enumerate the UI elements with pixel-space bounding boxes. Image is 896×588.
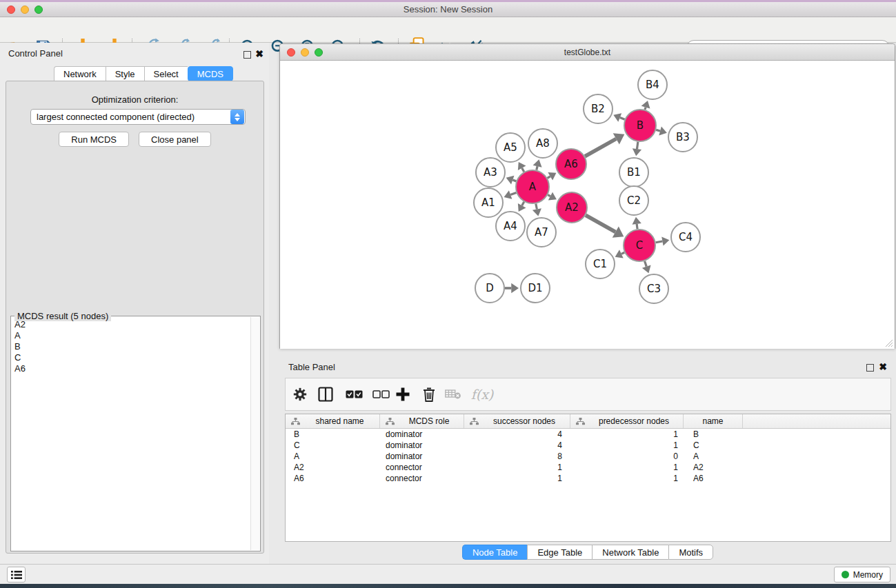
table-cell[interactable]: C	[286, 440, 380, 451]
graph-edge-A2-C[interactable]	[586, 215, 615, 232]
table-cell[interactable]: A2	[684, 462, 743, 473]
graph-edge-C-C1[interactable]	[621, 252, 624, 254]
table-cell[interactable]: dominator	[380, 429, 464, 440]
column-header-name[interactable]: name	[684, 414, 743, 428]
memory-button[interactable]: Memory	[834, 567, 890, 582]
window-resize-grip-icon[interactable]	[884, 338, 893, 347]
close-window-icon[interactable]	[7, 6, 15, 14]
table-cell[interactable]: dominator	[380, 440, 464, 451]
table-row[interactable]: Bdominator41B	[286, 429, 890, 440]
network-maximize-icon[interactable]	[315, 48, 323, 57]
graph-edge-B-B3[interactable]	[656, 130, 660, 131]
result-scrollbar[interactable]	[250, 317, 259, 550]
result-item[interactable]: C	[14, 352, 250, 363]
table-body: Bdominator41BCdominator41CAdominator80AA…	[286, 429, 890, 484]
result-item[interactable]: A6	[14, 363, 250, 374]
tab-edge-table[interactable]: Edge Table	[527, 545, 592, 560]
table-cell[interactable]: 1	[570, 440, 684, 451]
tab-motifs[interactable]: Motifs	[668, 545, 713, 560]
table-cell[interactable]: connector	[380, 473, 464, 484]
table-cell[interactable]: A2	[286, 462, 380, 473]
graph-edge-arrowhead	[533, 159, 542, 167]
column-header-MCDS-role[interactable]: MCDS role	[380, 414, 464, 428]
result-item[interactable]: A2	[14, 319, 250, 330]
table-row[interactable]: A6connector11A6	[286, 473, 890, 484]
tab-select[interactable]: Select	[144, 66, 188, 81]
table-cell[interactable]: A	[286, 451, 380, 462]
tab-network-table[interactable]: Network Table	[592, 545, 668, 560]
select-all-icon[interactable]	[342, 378, 366, 410]
table-panel-close-icon[interactable]: ✖	[879, 363, 887, 371]
graph-edge-C-C3[interactable]	[645, 261, 647, 267]
graph-edge-C-C2[interactable]	[637, 224, 637, 229]
graph-edge-A-A4[interactable]	[522, 202, 524, 205]
column-header-successor-nodes[interactable]: successor nodes	[464, 414, 570, 428]
graph-edge-A-A6[interactable]	[548, 176, 550, 178]
table-cell[interactable]: 4	[464, 440, 570, 451]
table-panel-float-icon[interactable]	[866, 364, 874, 372]
graph-edge-A-A5[interactable]	[522, 168, 524, 172]
table-cell[interactable]: 1	[570, 462, 684, 473]
table-cell[interactable]: 4	[464, 429, 570, 440]
table-cell[interactable]: 1	[570, 429, 684, 440]
table-cell[interactable]: 1	[464, 462, 570, 473]
optimization-dropdown[interactable]: largest connected component (directed)	[30, 109, 246, 125]
minimize-window-icon[interactable]	[21, 6, 29, 14]
task-history-button[interactable]	[7, 567, 26, 582]
graph-edge-A-A2[interactable]	[548, 195, 550, 196]
table-cell[interactable]: connector	[380, 462, 464, 473]
network-graph[interactable]: AA1A2A3A4A5A6A7A8BB1B2B3B4CC1C2C3C4DD1	[280, 61, 895, 349]
node-table[interactable]: shared nameMCDS rolesuccessor nodesprede…	[285, 414, 891, 542]
table-row[interactable]: Adominator80A	[286, 451, 890, 462]
graph-edge-B-B1[interactable]	[637, 142, 637, 149]
float-panel-icon[interactable]	[243, 51, 251, 59]
table-cell[interactable]: 0	[570, 451, 684, 462]
network-canvas[interactable]: AA1A2A3A4A5A6A7A8BB1B2B3B4CC1C2C3C4DD1	[280, 61, 895, 349]
close-panel-button[interactable]: Close panel	[139, 132, 211, 147]
result-item[interactable]: B	[14, 341, 250, 352]
delete-columns-icon[interactable]	[441, 378, 465, 410]
table-cell[interactable]: 1	[570, 473, 684, 484]
tab-mcds[interactable]: MCDS	[188, 66, 233, 81]
tab-network[interactable]: Network	[54, 66, 106, 81]
graph-edge-A-A1[interactable]	[510, 192, 516, 194]
table-cell[interactable]: dominator	[380, 451, 464, 462]
table-cell[interactable]: C	[684, 440, 743, 451]
table-cell[interactable]: 8	[464, 451, 570, 462]
graph-edge-B-B4[interactable]	[645, 108, 646, 110]
graph-edge-B-B2[interactable]	[620, 117, 625, 119]
table-cell[interactable]: A6	[286, 473, 380, 484]
delete-rows-icon[interactable]	[417, 378, 441, 410]
add-row-icon[interactable]	[391, 378, 415, 410]
deselect-all-icon[interactable]	[369, 378, 392, 410]
graph-edge-A6-B[interactable]	[585, 139, 616, 156]
column-header-shared-name[interactable]: shared name	[286, 414, 380, 428]
table-cell[interactable]: B	[684, 429, 743, 440]
maximize-window-icon[interactable]	[34, 6, 43, 14]
settings-gear-icon[interactable]	[288, 378, 312, 410]
graph-edge-C-C4[interactable]	[656, 241, 663, 243]
table-cell[interactable]: A6	[684, 473, 743, 484]
close-panel-icon[interactable]: ✖	[255, 50, 263, 58]
table-panel: Table Panel ✖	[279, 357, 896, 564]
network-window-titlebar[interactable]: testGlobe.txt	[280, 44, 895, 61]
table-cell[interactable]: 1	[464, 473, 570, 484]
network-minimize-icon[interactable]	[301, 48, 309, 57]
table-row[interactable]: A2connector11A2	[286, 462, 890, 473]
network-close-icon[interactable]	[287, 48, 295, 57]
show-columns-icon[interactable]	[314, 378, 337, 410]
table-row[interactable]: Cdominator41C	[286, 440, 890, 451]
run-mcds-button[interactable]: Run MCDS	[59, 132, 129, 147]
table-cell[interactable]: B	[286, 429, 380, 440]
table-cell[interactable]: A	[684, 451, 743, 462]
function-builder-icon[interactable]: f(x)	[470, 378, 494, 410]
graph-edge-A-A3[interactable]	[512, 180, 516, 181]
result-item[interactable]: A	[14, 330, 250, 341]
graph-edge-A-A7[interactable]	[536, 204, 537, 210]
graph-node-label-D: D	[486, 282, 494, 294]
tab-node-table[interactable]: Node Table	[462, 545, 528, 560]
dropdown-stepper-icon[interactable]	[230, 110, 244, 124]
graph-edge-A-A8[interactable]	[537, 166, 537, 170]
tab-style[interactable]: Style	[106, 66, 144, 81]
column-header-predecessor-nodes[interactable]: predecessor nodes	[570, 414, 684, 428]
